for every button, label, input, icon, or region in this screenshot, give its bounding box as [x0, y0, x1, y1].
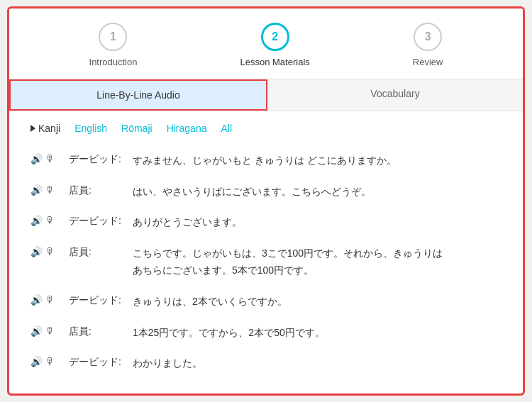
mic-icon-2[interactable]: 🎙 [45, 215, 55, 226]
step-2-circle: 2 [261, 23, 289, 51]
dialogue-row: 🔊 🎙 店員: こちらです。じゃがいもは、3こで100円です。それから、きゅうり… [31, 238, 501, 286]
speaker-icon-5[interactable]: 🔊 [31, 325, 43, 337]
step-3-label: Review [413, 57, 443, 67]
speaker-icon-3[interactable]: 🔊 [31, 246, 43, 257]
speaker-name-3: 店員: [69, 245, 126, 259]
dialogue-text-5: 1本25円です。ですから、2本で50円です。 [133, 325, 501, 342]
dialogue-row: 🔊 🎙 デービッド: わかりました。 [31, 348, 501, 379]
speaker-icon-2[interactable]: 🔊 [31, 215, 43, 226]
speaker-icon-6[interactable]: 🔊 [31, 356, 43, 367]
dialogue-text-4: きゅうりは、2本でいくらですか。 [133, 294, 501, 311]
step-lesson-materials[interactable]: 2 Lesson Materials [240, 23, 310, 67]
dialogue-text-6: わかりました。 [133, 355, 501, 372]
content-area: Kanji English Rōmaji Hiragana All 🔊 🎙 デー… [9, 111, 523, 393]
main-container: 1 Introduction 2 Lesson Materials 3 Revi… [7, 6, 525, 396]
tab-vocabulary[interactable]: Vocabulary [267, 79, 523, 111]
dialogue-row: 🔊 🎙 店員: 1本25円です。ですから、2本で50円です。 [31, 318, 501, 349]
hiragana-filter[interactable]: Hiragana [167, 123, 207, 134]
step-1-circle: 1 [99, 23, 127, 51]
dialogue-row: 🔊 🎙 デービッド: きゅうりは、2本でいくらですか。 [31, 286, 501, 318]
mic-icon-4[interactable]: 🎙 [45, 294, 55, 306]
step-introduction[interactable]: 1 Introduction [89, 23, 138, 67]
dialogue-list: 🔊 🎙 デービッド: すみません、じゃがいもと きゅうりは どこにありますか。 … [31, 145, 501, 379]
kanji-filter[interactable]: Kanji [31, 123, 60, 134]
triangle-icon [31, 125, 35, 132]
speaker-icon-1[interactable]: 🔊 [31, 184, 43, 196]
step-1-label: Introduction [89, 57, 138, 67]
dialogue-row: 🔊 🎙 店員: はい、やさいうりばにございます。こちらへどうぞ。 [31, 177, 501, 208]
speaker-name-5: 店員: [69, 325, 126, 338]
step-3-circle: 3 [414, 23, 442, 51]
tab-line-by-line[interactable]: Line-By-Line Audio [9, 79, 267, 111]
romaji-filter[interactable]: Rōmaji [121, 123, 153, 134]
filter-row: Kanji English Rōmaji Hiragana All [31, 123, 501, 134]
audio-controls-3: 🔊 🎙 [31, 245, 62, 257]
speaker-name-0: デービッド: [69, 152, 126, 166]
dialogue-row: 🔊 🎙 デービッド: すみません、じゃがいもと きゅうりは どこにありますか。 [31, 145, 501, 177]
step-review[interactable]: 3 Review [413, 23, 443, 67]
speaker-name-1: 店員: [69, 184, 126, 197]
audio-controls-5: 🔊 🎙 [31, 325, 62, 337]
audio-controls-2: 🔊 🎙 [31, 214, 62, 226]
mic-icon-1[interactable]: 🎙 [45, 184, 55, 196]
speaker-name-6: デービッド: [69, 355, 126, 369]
mic-icon-6[interactable]: 🎙 [45, 356, 55, 367]
speaker-icon-4[interactable]: 🔊 [31, 294, 43, 306]
step-2-label: Lesson Materials [240, 57, 310, 67]
mic-icon-3[interactable]: 🎙 [45, 246, 55, 257]
dialogue-text-1: はい、やさいうりばにございます。こちらへどうぞ。 [133, 184, 501, 201]
mic-icon-5[interactable]: 🎙 [45, 325, 55, 337]
steps-header: 1 Introduction 2 Lesson Materials 3 Revi… [9, 9, 523, 79]
audio-controls-6: 🔊 🎙 [31, 355, 62, 367]
speaker-name-2: デービッド: [69, 214, 126, 228]
dialogue-text-0: すみません、じゃがいもと きゅうりは どこにありますか。 [133, 152, 501, 169]
dialogue-row: 🔊 🎙 デービッド: ありがとうございます。 [31, 207, 501, 238]
dialogue-text-3: こちらです。じゃがいもは、3こで100円です。それから、きゅうりはあちらにござい… [133, 245, 501, 279]
audio-controls-4: 🔊 🎙 [31, 294, 62, 306]
tab-bar: Line-By-Line Audio Vocabulary [9, 79, 523, 111]
dialogue-text-2: ありがとうございます。 [133, 214, 501, 231]
speaker-name-4: デービッド: [69, 294, 126, 307]
speaker-icon-0[interactable]: 🔊 [31, 153, 43, 164]
audio-controls-0: 🔊 🎙 [31, 152, 62, 164]
audio-controls-1: 🔊 🎙 [31, 184, 62, 196]
english-filter[interactable]: English [74, 123, 107, 134]
mic-icon-0[interactable]: 🎙 [45, 153, 55, 164]
all-filter[interactable]: All [221, 123, 232, 134]
